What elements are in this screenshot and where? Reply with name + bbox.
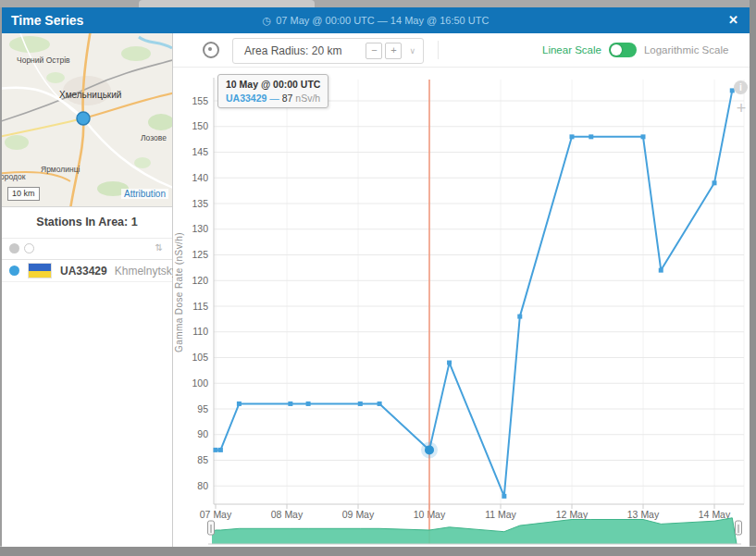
data-point-marker (358, 402, 363, 406)
data-point-marker (237, 402, 242, 406)
map-label-chornyi-ostriv: Чорний Острів (17, 56, 70, 65)
tooltip-dash: — (269, 93, 279, 104)
map-canvas: Чорний Острів Хмельницький Лозове Ярмоли… (2, 33, 172, 206)
chevron-down-icon[interactable]: ∨ (409, 46, 415, 56)
tooltip-series: UA33429 (226, 93, 266, 104)
radius-decrease-button[interactable]: − (366, 43, 382, 59)
zoom-in-icon[interactable]: + (733, 100, 750, 117)
data-point-marker (502, 494, 506, 499)
svg-text:95: 95 (197, 403, 208, 414)
svg-text:150: 150 (192, 120, 208, 131)
station-filter-row: ⇅ (2, 238, 172, 260)
area-radius-control[interactable]: Area Radius: 20 km − + ∨ (232, 38, 424, 64)
stations-in-area-heading: Stations In Area: 1 (2, 216, 172, 238)
map-label-horodok: Городок (2, 172, 26, 181)
svg-text:90: 90 (197, 428, 208, 439)
station-id: UA33429 (60, 265, 107, 278)
sort-icon[interactable]: ⇅ (155, 242, 163, 253)
svg-text:08 May: 08 May (271, 509, 304, 520)
svg-text:07 May: 07 May (200, 509, 232, 520)
selected-data-point[interactable] (425, 445, 434, 454)
scale-toggle-group: Linear Scale Logarithmic Scale (542, 33, 728, 67)
svg-text:09 May: 09 May (342, 509, 375, 520)
svg-text:155: 155 (192, 95, 208, 106)
clock-icon: ◷ (263, 15, 272, 26)
data-point-marker (713, 180, 717, 185)
filter-circle-filled[interactable] (9, 243, 19, 253)
timeseries-chart[interactable]: 07 May08 May09 May10 May11 May12 May13 M… (173, 33, 750, 547)
svg-text:100: 100 (192, 377, 208, 389)
data-point-marker (641, 134, 646, 139)
map-scale-bar: 10 km (7, 187, 40, 201)
window-frame-bottom (0, 546, 756, 556)
svg-text:13 May: 13 May (627, 509, 660, 520)
svg-text:140: 140 (192, 172, 208, 183)
linear-scale-label: Linear Scale (542, 44, 601, 56)
svg-text:14 May: 14 May (699, 509, 731, 520)
svg-text:85: 85 (197, 454, 208, 465)
data-point-marker (378, 402, 382, 406)
date-range-text: 07 May @ 00:00 UTC — 14 May @ 16:50 UTC (276, 15, 489, 26)
chart-toolbar: Area Radius: 20 km − + ∨ Linear Scale Lo… (173, 33, 750, 68)
svg-text:125: 125 (192, 249, 208, 260)
area-radius-label: Area Radius: 20 km (233, 44, 366, 57)
map-label-lozove: Лозове (141, 133, 167, 142)
chart-tooltip: 10 May @ 00:00 UTC UA33429 — 87 nSv/h (217, 74, 328, 108)
sidebar: Чорний Острів Хмельницький Лозове Ярмоли… (2, 33, 173, 547)
tooltip-value: 87 (282, 93, 293, 104)
info-icon[interactable]: i (734, 80, 748, 94)
svg-text:80: 80 (197, 480, 208, 491)
navigator-area (212, 518, 737, 544)
tooltip-title: 10 May @ 00:00 UTC (226, 79, 320, 90)
svg-text:145: 145 (192, 146, 208, 157)
data-point-marker (570, 134, 575, 139)
svg-text:Gamma Dose Rate (nSv/h): Gamma Dose Rate (nSv/h) (174, 232, 184, 352)
station-map[interactable]: Чорний Острів Хмельницький Лозове Ярмоли… (2, 33, 172, 207)
ukraine-flag-icon (28, 263, 52, 278)
locate-target-icon[interactable] (203, 42, 219, 58)
scale-toggle[interactable] (609, 43, 637, 57)
tooltip-unit: nSv/h (295, 93, 320, 104)
filter-circle-outline[interactable] (24, 243, 34, 253)
logarithmic-scale-label: Logarithmic Scale (644, 44, 728, 56)
svg-text:110: 110 (192, 326, 208, 337)
station-list-item[interactable]: UA33429 Khmelnytskyi (2, 260, 172, 282)
window-frame-top (0, 0, 756, 7)
date-range: ◷07 May @ 00:00 UTC — 14 May @ 16:50 UTC (2, 15, 750, 27)
data-point-marker (306, 402, 311, 406)
data-point-marker (589, 134, 593, 139)
toolbar-divider (438, 41, 439, 59)
data-point-marker (659, 268, 663, 273)
svg-text:130: 130 (192, 223, 208, 234)
chart-panel: Area Radius: 20 km − + ∨ Linear Scale Lo… (173, 33, 750, 547)
svg-text:120: 120 (192, 275, 208, 286)
station-selected-dot (9, 266, 19, 276)
map-station-marker[interactable] (77, 112, 90, 125)
close-icon[interactable]: ✕ (728, 13, 738, 27)
series-line (216, 91, 732, 496)
map-attribution-link[interactable]: Attribution (121, 189, 168, 199)
header-bar: Time Series ◷07 May @ 00:00 UTC — 14 May… (2, 7, 750, 33)
window-tab-remnant (139, 0, 315, 7)
svg-text:105: 105 (192, 352, 208, 363)
svg-text:11 May: 11 May (485, 509, 516, 520)
time-series-window: Time Series ◷07 May @ 00:00 UTC — 14 May… (2, 7, 750, 547)
svg-text:115: 115 (192, 301, 208, 312)
data-point-marker (218, 448, 223, 452)
data-point-marker (288, 402, 292, 406)
svg-text:12 May: 12 May (556, 509, 589, 520)
radius-increase-button[interactable]: + (385, 43, 402, 59)
station-name: Khmelnytskyi (115, 265, 180, 278)
data-point-marker (517, 315, 522, 319)
toggle-knob (611, 44, 622, 56)
map-label-khmelnytskyi: Хмельницький (59, 90, 121, 100)
data-point-marker (214, 448, 218, 452)
data-point-marker (447, 361, 452, 365)
window-frame-right (750, 0, 756, 556)
map-label-yarmolyntsi: Ярмолинці (41, 165, 81, 174)
svg-text:135: 135 (192, 198, 208, 209)
